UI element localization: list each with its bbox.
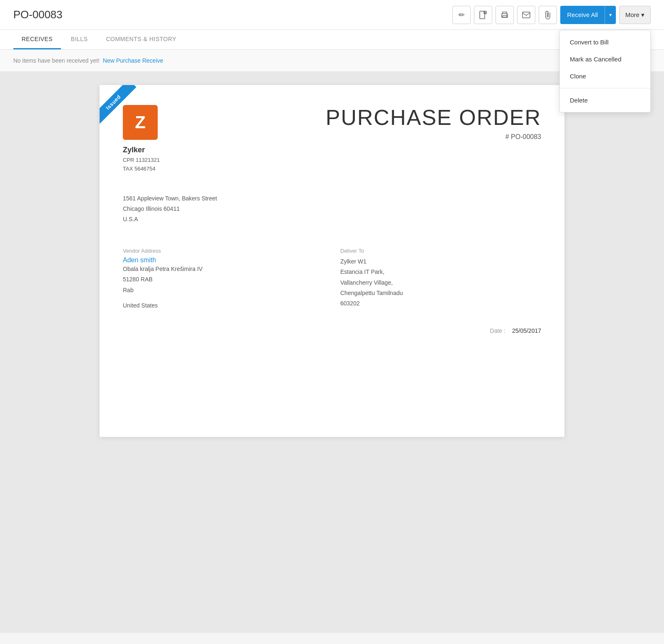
receive-all-caret[interactable]: ▾ bbox=[605, 6, 616, 24]
new-purchase-receive-link[interactable]: New Purchase Receive bbox=[103, 57, 164, 64]
document-title: PURCHASE ORDER bbox=[326, 105, 541, 130]
deliver-to-label: Deliver To bbox=[340, 248, 541, 254]
more-button[interactable]: More ▾ bbox=[619, 6, 651, 24]
document-date-row: Date : 25/05/2017 bbox=[123, 327, 541, 334]
pdf-button[interactable] bbox=[474, 6, 492, 24]
company-name: Zylker bbox=[123, 146, 160, 154]
convert-to-bill-item[interactable]: Convert to Bill bbox=[560, 34, 650, 51]
document-title-area: PURCHASE ORDER # PO-00083 bbox=[326, 105, 541, 141]
deliver-to-line3: Vallancherry Village, bbox=[340, 278, 541, 288]
deliver-to-block: Deliver To Zylker W1 Estancia IT Park, V… bbox=[340, 248, 541, 311]
document-header: Z Zylker CPR 11321321 TAX 5646754 PURCHA… bbox=[123, 105, 541, 173]
vendor-name-link[interactable]: Aden smith bbox=[123, 256, 156, 263]
purchase-order-document: Issued Z Zylker CPR 11321321 TAX 5646754… bbox=[100, 85, 564, 437]
svg-rect-3 bbox=[503, 16, 507, 17]
vendor-address-label: Vendor Address bbox=[123, 248, 324, 254]
document-number: # PO-00083 bbox=[326, 133, 541, 141]
vendor-address-line3: Rab bbox=[123, 285, 324, 295]
email-button[interactable] bbox=[517, 6, 535, 24]
mark-as-cancelled-item[interactable]: Mark as Cancelled bbox=[560, 51, 650, 68]
company-address-line1: 1561 Appleview Town, Bakers Street bbox=[123, 193, 541, 204]
empty-state-message: No items have been received yet! bbox=[13, 57, 100, 64]
more-dropdown: Convert to Bill Mark as Cancelled Clone … bbox=[559, 30, 651, 112]
print-button[interactable] bbox=[496, 6, 514, 24]
receive-all-button[interactable]: Receive All ▾ bbox=[560, 6, 615, 24]
vendor-address-line2: 51280 RAB bbox=[123, 274, 324, 285]
document-wrapper: Issued Z Zylker CPR 11321321 TAX 5646754… bbox=[0, 72, 664, 633]
page-title: PO-00083 bbox=[13, 8, 63, 21]
attachment-button[interactable] bbox=[539, 6, 557, 24]
company-address-line3: U.S.A bbox=[123, 214, 541, 224]
vendor-address-line1: Obala kralja Petra Krešimira IV bbox=[123, 264, 324, 274]
status-ribbon: Issued bbox=[100, 85, 149, 135]
tab-comments-history[interactable]: COMMENTS & HISTORY bbox=[98, 30, 185, 49]
company-cpr: CPR 11321321 bbox=[123, 156, 160, 165]
tab-bills[interactable]: BILLS bbox=[63, 30, 96, 49]
company-address-line2: Chicago Illinois 60411 bbox=[123, 204, 541, 214]
page-header: PO-00083 ✏ bbox=[0, 0, 664, 30]
deliver-to-line5: 603202 bbox=[340, 298, 541, 309]
delete-item[interactable]: Delete bbox=[560, 92, 650, 109]
svg-point-4 bbox=[506, 15, 507, 15]
date-value: 25/05/2017 bbox=[512, 327, 541, 334]
date-label: Date : bbox=[490, 327, 505, 334]
dropdown-group-2: Delete bbox=[560, 88, 650, 112]
svg-rect-5 bbox=[522, 12, 530, 18]
edit-button[interactable]: ✏ bbox=[452, 6, 471, 24]
vendor-country: United States bbox=[123, 300, 324, 311]
deliver-to-line2: Estancia IT Park, bbox=[340, 267, 541, 277]
tab-receives[interactable]: RECEIVES bbox=[13, 30, 61, 49]
dropdown-group-1: Convert to Bill Mark as Cancelled Clone bbox=[560, 30, 650, 88]
company-tax: TAX 5646754 bbox=[123, 165, 160, 173]
clone-item[interactable]: Clone bbox=[560, 68, 650, 85]
deliver-to-line4: Chengalpettu Tamilnadu bbox=[340, 288, 541, 298]
vendor-address-block: Vendor Address Aden smith Obala kralja P… bbox=[123, 248, 324, 311]
deliver-to-line1: Zylker W1 bbox=[340, 256, 541, 267]
company-address-block: 1561 Appleview Town, Bakers Street Chica… bbox=[123, 193, 541, 225]
header-actions: ✏ bbox=[452, 6, 651, 24]
ribbon-label: Issued bbox=[100, 85, 137, 125]
